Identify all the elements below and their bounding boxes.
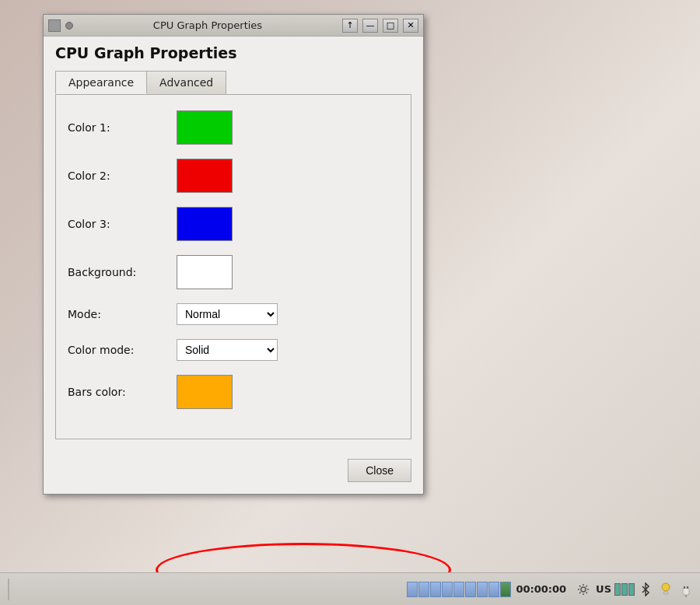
select-mode[interactable]: Normal LED (177, 303, 278, 325)
form-row-background: Background: (68, 255, 399, 289)
close-title-button[interactable]: ✕ (403, 19, 418, 33)
taskbar-separator-left (8, 579, 9, 600)
tab-bar: Appearance Advanced (55, 71, 411, 95)
tb-block-active (500, 582, 511, 597)
tb-block-1 (407, 582, 418, 597)
label-color-mode: Color mode: (68, 344, 177, 356)
tab-appearance[interactable]: Appearance (55, 71, 147, 94)
tb-block-8 (488, 582, 499, 597)
taskbar: 00:00:00 US (0, 572, 700, 605)
swatch-bars-color[interactable] (177, 375, 233, 409)
tb-block-5 (453, 582, 464, 597)
dialog-footer: Close (44, 451, 423, 494)
battery-indicator (614, 583, 635, 596)
close-button[interactable]: Close (348, 459, 411, 482)
label-color1: Color 1: (68, 121, 177, 134)
tb-block-3 (430, 582, 441, 597)
select-color-mode[interactable]: Solid Gradient (177, 339, 278, 361)
label-color2: Color 2: (68, 170, 177, 182)
svg-point-3 (662, 583, 670, 591)
power-icon[interactable] (678, 582, 694, 597)
svg-rect-5 (683, 588, 689, 595)
svg-point-0 (581, 587, 586, 592)
titlebar-title: CPU Graph Properties (78, 19, 338, 31)
maximize-button[interactable]: □ (383, 19, 398, 33)
swatch-background[interactable] (177, 255, 233, 289)
form-row-mode: Mode: Normal LED (68, 303, 399, 325)
swatch-color2[interactable] (177, 159, 233, 193)
tb-block-6 (465, 582, 476, 597)
tb-block-4 (442, 582, 453, 597)
svg-rect-4 (663, 592, 668, 594)
form-row-color-mode: Color mode: Solid Gradient (68, 339, 399, 361)
label-background: Background: (68, 266, 177, 278)
minimize-button[interactable]: — (362, 19, 378, 33)
keyboard-layout-label[interactable]: US (596, 583, 611, 595)
dialog-content: CPU Graph Properties Appearance Advanced… (44, 37, 423, 451)
swatch-color1[interactable] (177, 110, 233, 145)
lightbulb-icon[interactable] (658, 582, 674, 597)
form-row-color2: Color 2: (68, 159, 399, 193)
bat-bar-3 (628, 583, 635, 596)
tab-advanced[interactable]: Advanced (146, 71, 226, 94)
form-row-bars-color: Bars color: (68, 375, 399, 409)
form-row-color1: Color 1: (68, 110, 399, 145)
taskbar-time: 00:00:00 (516, 583, 566, 595)
dialog-heading: CPU Graph Properties (55, 44, 411, 61)
bluetooth-icon[interactable] (638, 582, 653, 597)
swatch-color3[interactable] (177, 207, 233, 241)
window-bullet (65, 22, 73, 30)
gear-icon[interactable] (576, 582, 591, 597)
label-color3: Color 3: (68, 218, 177, 230)
label-mode: Mode: (68, 308, 177, 320)
tb-block-2 (418, 582, 429, 597)
bat-bar-1 (614, 583, 621, 596)
dialog-titlebar: CPU Graph Properties ↑ — □ ✕ (44, 15, 423, 37)
taskbar-cpu-blocks (407, 582, 511, 597)
up-arrow-button[interactable]: ↑ (342, 19, 358, 33)
bat-bar-2 (621, 583, 628, 596)
label-bars-color: Bars color: (68, 386, 177, 398)
form-row-color3: Color 3: (68, 207, 399, 241)
tb-block-7 (477, 582, 488, 597)
window-icon (48, 19, 61, 32)
tab-content-appearance: Color 1: Color 2: Color 3: Background: M… (55, 95, 411, 439)
dialog-window: CPU Graph Properties ↑ — □ ✕ CPU Graph P… (43, 14, 424, 495)
